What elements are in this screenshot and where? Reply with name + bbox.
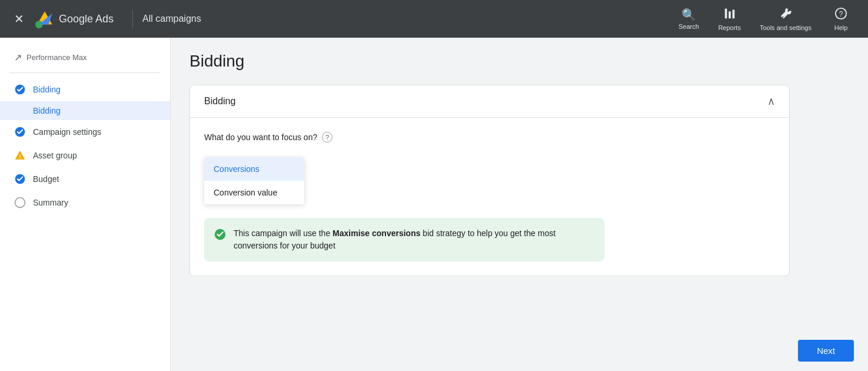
check-circle-icon bbox=[14, 84, 26, 95]
info-text: This campaign will use the Maximise conv… bbox=[234, 227, 595, 252]
sidebar-campaign-settings-label: Campaign settings bbox=[33, 127, 101, 137]
svg-text:?: ? bbox=[839, 9, 843, 18]
nav-campaigns-label: All campaigns bbox=[142, 14, 201, 24]
sidebar-item-campaign-settings[interactable]: Campaign settings bbox=[0, 120, 170, 144]
sidebar: ↗ Performance Max Bidding Bidding Campai… bbox=[0, 38, 171, 371]
svg-rect-4 bbox=[729, 11, 731, 18]
svg-rect-5 bbox=[732, 9, 734, 18]
form-question: What do you want to focus on? ? bbox=[204, 132, 775, 143]
card-title: Bidding bbox=[204, 96, 235, 107]
nav-help[interactable]: ? Help bbox=[823, 5, 859, 34]
bottom-bar: Next bbox=[784, 330, 868, 371]
close-button[interactable]: ✕ bbox=[9, 9, 28, 28]
check-circle-icon-2 bbox=[14, 126, 26, 138]
help-icon: ? bbox=[834, 7, 847, 23]
nav-tools[interactable]: Tools and settings bbox=[753, 5, 819, 34]
info-box: This campaign will use the Maximise conv… bbox=[204, 218, 604, 261]
tools-label: Tools and settings bbox=[760, 24, 812, 31]
check-circle-icon-3 bbox=[14, 173, 26, 185]
dropdown-option-conversions[interactable]: Conversions bbox=[204, 157, 304, 181]
nav-search[interactable]: 🔍 Search bbox=[671, 5, 706, 32]
collapse-button[interactable]: ∧ bbox=[767, 95, 775, 108]
search-icon: 🔍 bbox=[681, 8, 696, 22]
info-text-bold: Maximise conversions bbox=[332, 228, 420, 238]
sidebar-perf-max: ↗ Performance Max bbox=[0, 47, 170, 72]
nav-reports[interactable]: Reports bbox=[711, 5, 748, 34]
tools-icon bbox=[779, 7, 792, 23]
perf-max-icon: ↗ bbox=[14, 52, 22, 63]
help-label: Help bbox=[834, 24, 848, 31]
help-question-icon[interactable]: ? bbox=[322, 132, 332, 143]
sidebar-asset-group-label: Asset group bbox=[33, 151, 77, 160]
info-check-icon bbox=[214, 228, 227, 244]
main-content: Bidding Bidding ∧ What do you want to fo… bbox=[171, 38, 868, 371]
info-text-before: This campaign will use the bbox=[234, 228, 332, 238]
form-question-text: What do you want to focus on? bbox=[204, 132, 317, 142]
card-header: Bidding ∧ bbox=[190, 85, 789, 118]
top-navigation: ✕ Google Ads All campaigns 🔍 Search Repo… bbox=[0, 0, 868, 38]
sidebar-bidding-label: Bidding bbox=[33, 85, 61, 94]
logo: Google Ads bbox=[35, 9, 114, 28]
dropdown-menu: Conversions Conversion value bbox=[204, 157, 304, 204]
reports-label: Reports bbox=[718, 24, 741, 31]
perf-max-label: Performance Max bbox=[26, 53, 87, 62]
nav-divider bbox=[132, 9, 133, 28]
brand-name: Google Ads bbox=[59, 13, 114, 25]
svg-text:!: ! bbox=[19, 154, 21, 160]
sidebar-divider bbox=[9, 72, 161, 73]
sidebar-bidding-sub-label: Bidding bbox=[33, 106, 61, 115]
dropdown-option-conversion-value[interactable]: Conversion value bbox=[204, 181, 304, 204]
sidebar-item-summary[interactable]: Summary bbox=[0, 191, 170, 214]
sidebar-item-asset-group[interactable]: ! Asset group bbox=[0, 144, 170, 167]
svg-point-13 bbox=[15, 198, 25, 208]
sidebar-budget-label: Budget bbox=[33, 174, 59, 184]
sidebar-item-bidding[interactable]: Bidding bbox=[0, 78, 170, 101]
page-title: Bidding bbox=[189, 52, 849, 71]
sidebar-item-budget[interactable]: Budget bbox=[0, 167, 170, 191]
bidding-card: Bidding ∧ What do you want to focus on? … bbox=[189, 85, 790, 276]
svg-rect-3 bbox=[724, 8, 727, 18]
next-button[interactable]: Next bbox=[798, 340, 854, 362]
empty-circle-icon bbox=[14, 197, 26, 208]
sidebar-summary-label: Summary bbox=[33, 198, 68, 207]
main-layout: ↗ Performance Max Bidding Bidding Campai… bbox=[0, 38, 868, 371]
card-body: What do you want to focus on? ? Conversi… bbox=[190, 118, 789, 276]
google-ads-logo-icon bbox=[35, 9, 54, 28]
warning-icon: ! bbox=[14, 150, 26, 161]
nav-actions: 🔍 Search Reports Tools and settings ? He… bbox=[671, 5, 859, 34]
sidebar-item-bidding-sub[interactable]: Bidding bbox=[0, 101, 170, 120]
search-label: Search bbox=[679, 23, 699, 30]
reports-icon bbox=[723, 7, 736, 23]
